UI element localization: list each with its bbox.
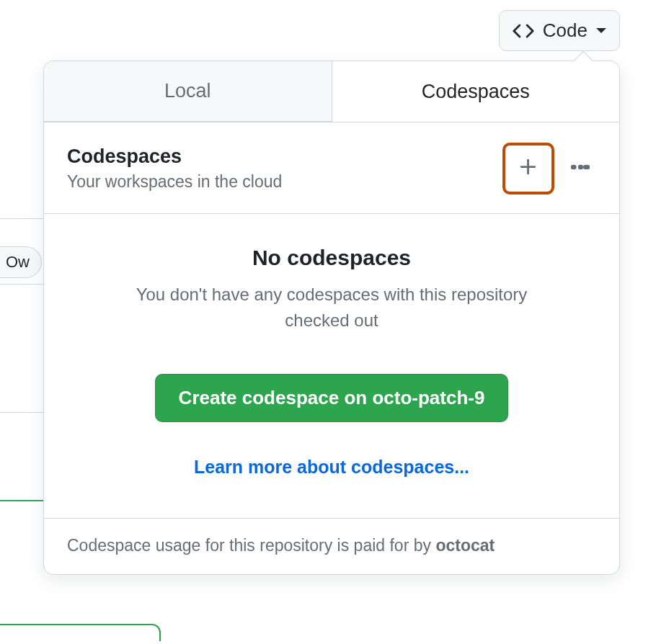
svg-point-2 <box>585 165 590 169</box>
footer-payer: octocat <box>435 536 495 555</box>
code-button-label: Code <box>543 19 588 42</box>
codespaces-header-text: Codespaces Your workspaces in the cloud <box>67 146 282 192</box>
caret-down-icon <box>596 28 606 33</box>
svg-point-0 <box>571 165 575 169</box>
learn-more-label: Learn more about codespaces... <box>194 457 469 477</box>
codespaces-header: Codespaces Your workspaces in the cloud <box>44 122 619 214</box>
svg-point-1 <box>578 165 582 169</box>
bg-bar-2 <box>0 412 43 501</box>
learn-more-link[interactable]: Learn more about codespaces... <box>71 457 592 478</box>
bg-green-outline <box>0 624 161 641</box>
tab-codespaces[interactable]: Codespaces <box>332 61 620 122</box>
create-codespace-on-branch-button[interactable]: Create codespace on octo-patch-9 <box>155 374 509 422</box>
empty-description: You don't have any codespaces with this … <box>71 282 592 334</box>
popover-footer: Codespace usage for this repository is p… <box>44 519 619 574</box>
empty-title: No codespaces <box>71 246 592 270</box>
plus-icon <box>518 156 539 181</box>
tab-codespaces-label: Codespaces <box>422 81 530 103</box>
popover-tabs: Local Codespaces <box>44 61 619 122</box>
tab-local-label: Local <box>164 80 211 102</box>
code-button[interactable]: Code <box>499 10 620 51</box>
create-codespace-button[interactable] <box>502 143 554 194</box>
codespaces-options-button[interactable] <box>564 153 596 184</box>
footer-prefix: Codespace usage for this repository is p… <box>67 536 435 555</box>
codespaces-title: Codespaces <box>67 146 282 168</box>
code-popover: Local Codespaces Codespaces Your workspa… <box>43 61 620 575</box>
tab-local[interactable]: Local <box>44 61 332 122</box>
bg-owner-pill[interactable]: Ow <box>0 246 42 278</box>
kebab-icon <box>569 156 592 182</box>
empty-state: No codespaces You don't have any codespa… <box>44 214 619 519</box>
create-button-label: Create codespace on octo-patch-9 <box>179 387 485 408</box>
codespaces-subtitle: Your workspaces in the cloud <box>67 172 282 192</box>
code-icon <box>513 20 534 42</box>
bg-pill-text: Ow <box>6 253 30 272</box>
codespaces-header-actions <box>502 143 596 194</box>
